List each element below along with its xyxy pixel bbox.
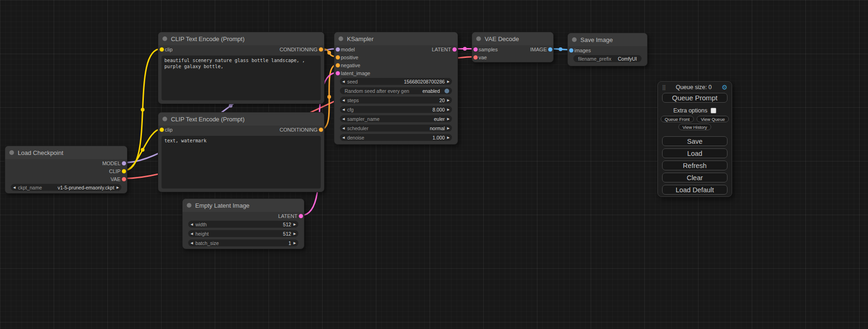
widget-scheduler[interactable]: ◀ scheduler normal ▶ <box>340 125 452 132</box>
queue-prompt-button[interactable]: Queue Prompt <box>662 93 727 103</box>
collapse-dot-icon[interactable] <box>162 36 167 41</box>
increment-arrow-icon[interactable]: ▶ <box>447 117 450 120</box>
collapse-dot-icon[interactable] <box>162 117 167 121</box>
node-header[interactable]: Load Checkpoint <box>5 146 127 159</box>
prompt-text-input[interactable]: beautiful scenery nature glass bottle la… <box>162 56 321 100</box>
collapse-dot-icon[interactable] <box>9 150 14 155</box>
increment-arrow-icon[interactable]: ▶ <box>447 80 450 83</box>
collapse-dot-icon[interactable] <box>572 37 577 42</box>
collapse-dot-icon[interactable] <box>476 36 481 41</box>
slot-row-model: model LATENT <box>334 45 458 53</box>
node-ksampler[interactable]: KSampler model LATENT positive negative … <box>334 32 458 145</box>
node-load-checkpoint[interactable]: Load Checkpoint MODEL CLIP VAE ◀ ckpt_na… <box>5 146 127 194</box>
collapse-dot-icon[interactable] <box>339 36 343 41</box>
input-slot-positive[interactable] <box>336 55 340 59</box>
widget-width[interactable]: ◀ width 512 ▶ <box>188 221 298 228</box>
queue-size-label: Queue size: 0 <box>676 84 712 91</box>
output-slot-conditioning[interactable] <box>319 47 323 51</box>
node-header[interactable]: VAE Decode <box>472 32 553 45</box>
decrement-arrow-icon[interactable]: ◀ <box>13 186 15 189</box>
output-slot-latent[interactable] <box>299 214 303 218</box>
node-vae-decode[interactable]: VAE Decode samples IMAGE vae <box>472 32 554 63</box>
input-slot-clip[interactable] <box>160 47 164 51</box>
widget-filename-prefix[interactable]: filename_prefix ComfyUI <box>573 55 642 62</box>
widget-steps[interactable]: ◀ steps 20 ▶ <box>340 97 452 104</box>
drag-handle-icon[interactable]: ⣿ <box>662 84 666 91</box>
slot-row-samples: samples IMAGE <box>472 45 553 53</box>
input-slot-model[interactable] <box>336 47 340 51</box>
prompt-text-input[interactable]: text, watermark <box>162 136 321 189</box>
output-slot-conditioning[interactable] <box>319 127 323 132</box>
widget-random-seed-toggle[interactable]: Random seed after every gen enabled <box>340 87 452 94</box>
widget-ckpt-name[interactable]: ◀ ckpt_name v1-5-pruned-emaonly.ckpt ▶ <box>11 184 121 191</box>
widget-value: 8.000 <box>432 107 445 112</box>
widget-batch-size[interactable]: ◀ batch_size 1 ▶ <box>188 239 298 246</box>
node-clip-text-encode-positive[interactable]: CLIP Text Encode (Prompt) clip CONDITION… <box>158 32 325 104</box>
increment-arrow-icon[interactable]: ▶ <box>294 232 296 235</box>
widget-value: 512 <box>283 231 291 237</box>
input-slot-latent-image[interactable] <box>336 71 340 75</box>
widget-label: seed <box>347 79 358 84</box>
node-title: CLIP Text Encode (Prompt) <box>171 35 245 42</box>
increment-arrow-icon[interactable]: ▶ <box>447 98 450 102</box>
increment-arrow-icon[interactable]: ▶ <box>294 241 296 245</box>
decrement-arrow-icon[interactable]: ◀ <box>342 108 345 111</box>
node-header[interactable]: CLIP Text Encode (Prompt) <box>158 112 324 126</box>
decrement-arrow-icon[interactable]: ◀ <box>191 232 193 235</box>
queue-front-button[interactable]: Queue Front <box>661 116 694 122</box>
decrement-arrow-icon[interactable]: ◀ <box>342 80 345 83</box>
wire-midpoint-dot <box>559 48 563 51</box>
widget-seed[interactable]: ◀ seed 156680208700286 ▶ <box>340 78 452 85</box>
clear-button[interactable]: Clear <box>662 173 727 182</box>
decrement-arrow-icon[interactable]: ◀ <box>342 126 345 130</box>
increment-arrow-icon[interactable]: ▶ <box>294 223 296 226</box>
decrement-arrow-icon[interactable]: ◀ <box>191 223 193 226</box>
collapse-dot-icon[interactable] <box>187 203 191 208</box>
node-header[interactable]: Save Image <box>568 33 647 46</box>
decrement-arrow-icon[interactable]: ◀ <box>342 136 345 139</box>
decrement-arrow-icon[interactable]: ◀ <box>191 241 193 245</box>
widget-denoise[interactable]: ◀ denoise 1.000 ▶ <box>340 134 452 141</box>
widget-cfg[interactable]: ◀ cfg 8.000 ▶ <box>340 106 452 113</box>
load-default-button[interactable]: Load Default <box>662 185 727 195</box>
increment-arrow-icon[interactable]: ▶ <box>447 126 450 130</box>
node-clip-text-encode-negative[interactable]: CLIP Text Encode (Prompt) clip CONDITION… <box>158 112 325 192</box>
node-header[interactable]: KSampler <box>334 32 458 45</box>
increment-arrow-icon[interactable]: ▶ <box>447 108 450 111</box>
node-header[interactable]: Empty Latent Image <box>183 199 304 212</box>
output-label: CONDITIONING <box>280 127 318 133</box>
widget-height[interactable]: ◀ height 512 ▶ <box>188 230 298 237</box>
node-header[interactable]: CLIP Text Encode (Prompt) <box>158 32 324 45</box>
input-slot-samples[interactable] <box>473 47 478 51</box>
output-slot-latent[interactable] <box>452 47 457 51</box>
decrement-arrow-icon[interactable]: ◀ <box>342 98 345 102</box>
node-empty-latent-image[interactable]: Empty Latent Image LATENT ◀ width 512 ▶ … <box>182 198 304 249</box>
output-slot-vae[interactable] <box>122 177 126 181</box>
output-slot-clip[interactable] <box>122 169 126 173</box>
decrement-arrow-icon[interactable]: ◀ <box>342 117 345 120</box>
increment-arrow-icon[interactable]: ▶ <box>117 186 119 189</box>
load-button[interactable]: Load <box>662 148 727 158</box>
widget-value: normal <box>430 126 445 131</box>
widget-label: steps <box>347 98 359 103</box>
view-history-button[interactable]: View History <box>678 124 712 130</box>
input-slot-vae[interactable] <box>473 55 478 59</box>
output-label: CONDITIONING <box>280 47 318 52</box>
widget-value: ComfyUI <box>618 56 637 62</box>
refresh-button[interactable]: Refresh <box>662 161 727 170</box>
gear-icon[interactable]: ⚙ <box>721 84 727 91</box>
view-queue-button[interactable]: View Queue <box>697 116 729 122</box>
output-slot-image[interactable] <box>548 47 552 51</box>
input-slot-clip[interactable] <box>160 127 164 132</box>
queue-menu-panel: ⣿ Queue size: 0 ⚙ Queue Prompt Extra opt… <box>657 81 732 197</box>
save-button[interactable]: Save <box>662 136 727 146</box>
output-slot-model[interactable] <box>122 161 126 165</box>
slot-row-vae: vae <box>472 53 553 61</box>
increment-arrow-icon[interactable]: ▶ <box>447 136 450 139</box>
node-save-image[interactable]: Save Image images filename_prefix ComfyU… <box>567 33 648 66</box>
input-slot-images[interactable] <box>569 48 573 52</box>
widget-sampler-name[interactable]: ◀ sampler_name euler ▶ <box>340 115 452 122</box>
input-slot-negative[interactable] <box>336 63 340 67</box>
toggle-dot-icon[interactable] <box>445 89 449 93</box>
extra-options-checkbox[interactable] <box>711 108 716 113</box>
